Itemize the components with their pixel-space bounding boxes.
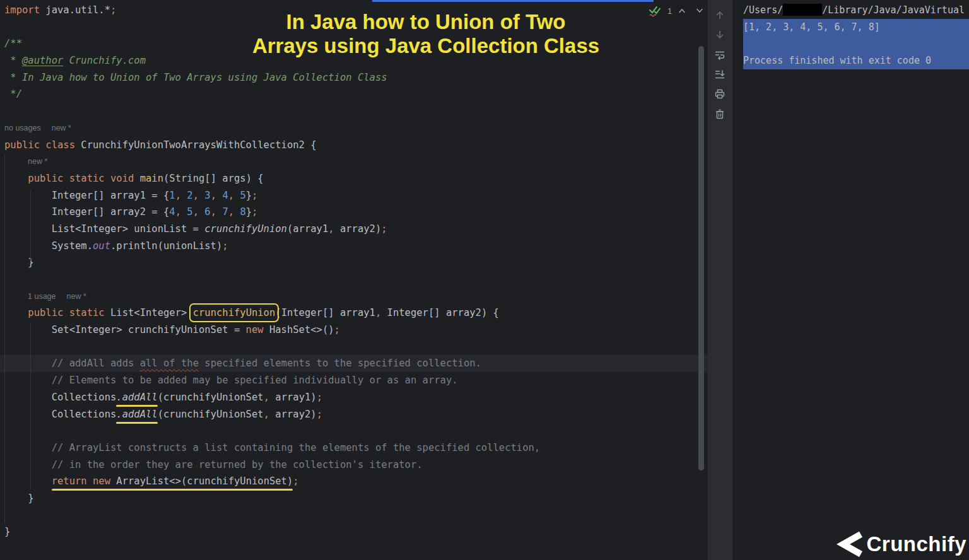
inlay-hint-line[interactable]: no usagesnew *: [0, 120, 708, 137]
code-line[interactable]: */: [0, 86, 708, 103]
code-token: (array1: [287, 223, 328, 235]
code-line-blank[interactable]: [0, 339, 708, 356]
code-token: ,: [175, 206, 181, 218]
inlay-hint-line[interactable]: 1 usagenew *: [0, 288, 708, 305]
code-line[interactable]: }: [0, 523, 708, 540]
code-token: new: [93, 475, 110, 487]
indent-guide: [4, 155, 5, 523]
code-token: ;: [293, 475, 298, 487]
code-token: [216, 206, 222, 218]
redaction-box: [783, 4, 822, 16]
code-token: Set<Integer> crunchifyUnionSet =: [4, 324, 246, 335]
arrow-down-icon[interactable]: [714, 29, 725, 40]
code-token: }: [246, 190, 252, 201]
code-token: * In Java how to Union of Two Arrays usi…: [4, 72, 387, 83]
code-token: specified elements to the specified coll…: [199, 358, 481, 369]
code-line[interactable]: Set<Integer> crunchifyUnionSet = new Has…: [0, 322, 708, 339]
code-token: main: [140, 173, 163, 184]
indent-guide: [30, 190, 31, 261]
code-line[interactable]: public static void main(String[] args) {: [0, 170, 708, 187]
code-line[interactable]: Collections.addAll(crunchifyUnionSet, ar…: [0, 389, 708, 406]
console-status-line[interactable]: Process finished with exit code 0: [743, 52, 931, 69]
code-line[interactable]: // Elements to be added may be specified…: [0, 372, 708, 389]
console-toolbar: [708, 0, 732, 560]
code-token: @author: [22, 55, 63, 66]
indent-guide: [30, 323, 31, 489]
code-token: return: [52, 475, 87, 487]
code-line[interactable]: Integer[] array2 = {4, 5, 6, 7, 8};: [0, 204, 708, 221]
code-token: 6: [204, 206, 210, 218]
code-token: java.util.*: [40, 4, 110, 16]
code-line[interactable]: System.out.println(unionList);: [0, 238, 708, 255]
code-area[interactable]: import java.util.*;/** * @author Crunchi…: [0, 2, 708, 540]
console-path-suffix: /Library/Java/JavaVirtual: [822, 4, 965, 16]
code-line[interactable]: public static List<Integer> crunchifyUni…: [0, 305, 708, 322]
inlay-hint[interactable]: new *: [52, 120, 71, 137]
code-token: ,: [211, 206, 216, 218]
code-token: all of the: [140, 358, 199, 369]
crunchify-logo: Crunchify: [837, 531, 966, 557]
code-token: (crunchifyUnionSet: [158, 392, 264, 403]
code-line-blank[interactable]: [0, 423, 708, 440]
console-path-line[interactable]: /Users//Library/Java/JavaVirtual: [743, 2, 965, 19]
inlay-hint[interactable]: 1 usage: [28, 288, 56, 305]
code-token: ,: [375, 307, 381, 318]
code-line-blank[interactable]: [0, 507, 708, 524]
code-token: [181, 190, 187, 201]
code-editor[interactable]: import java.util.*;/** * @author Crunchi…: [0, 0, 708, 560]
soft-wrap-icon[interactable]: [714, 49, 725, 61]
code-token: ;: [222, 240, 228, 252]
arrow-up-icon[interactable]: [714, 9, 725, 21]
code-token: // Elements to be added may be specified…: [4, 375, 458, 386]
code-line[interactable]: }: [0, 254, 708, 271]
code-token: (String[] args) {: [163, 173, 264, 184]
code-line[interactable]: // ArrayList constructs a list containin…: [0, 440, 708, 457]
inlay-hint[interactable]: new *: [28, 153, 47, 170]
code-token: Collections: [4, 392, 116, 403]
code-token: Crunchify.com: [63, 55, 146, 66]
code-token: ;: [334, 324, 340, 335]
code-token: [4, 475, 52, 487]
code-token: ,: [193, 206, 199, 218]
print-icon[interactable]: [714, 88, 725, 100]
code-line[interactable]: public class CrunchifyUnionTwoArraysWith…: [0, 137, 708, 154]
inspections-check-icon[interactable]: [649, 5, 661, 17]
inspections-widget[interactable]: 1: [649, 3, 703, 18]
trash-icon[interactable]: [714, 108, 725, 120]
code-token: array2): [269, 409, 317, 420]
code-token: List<Integer> unionList =: [4, 223, 204, 235]
inlay-hint-line[interactable]: new *: [0, 153, 708, 170]
code-line[interactable]: List<Integer> unionList = crunchifyUnion…: [0, 221, 708, 238]
code-line[interactable]: }: [0, 490, 708, 507]
editor-scrollbar-thumb[interactable]: [698, 46, 704, 470]
code-line[interactable]: Collections.addAll(crunchifyUnionSet, ar…: [0, 406, 708, 423]
code-token: public static void: [28, 173, 134, 184]
code-token: [4, 307, 28, 318]
code-token: ,: [228, 190, 234, 201]
code-line[interactable]: // addAll adds all of the specified elem…: [0, 355, 708, 372]
crunchify-chevron-icon: [837, 531, 863, 557]
code-token: Integer[] array1 = {: [4, 190, 169, 201]
code-line[interactable]: return new ArrayList<>(crunchifyUnionSet…: [0, 473, 708, 490]
highlight-underline-group: return new ArrayList<>(crunchifyUnionSet…: [52, 475, 293, 487]
next-problem-chevron-icon[interactable]: [696, 8, 703, 13]
code-line-blank[interactable]: [0, 271, 708, 288]
code-line-blank[interactable]: [0, 103, 708, 120]
inlay-hint[interactable]: new *: [66, 288, 86, 305]
code-token: import: [4, 4, 40, 16]
console-output-line[interactable]: [1, 2, 3, 4, 5, 6, 7, 8]: [743, 19, 880, 36]
code-line[interactable]: // in the order they are returned by the…: [0, 457, 708, 474]
code-line[interactable]: * In Java how to Union of Two Arrays usi…: [0, 69, 708, 86]
code-token: ,: [211, 190, 216, 201]
code-line[interactable]: Integer[] array1 = {1, 2, 3, 4, 5};: [0, 187, 708, 204]
code-token: ,: [193, 190, 199, 201]
code-token: // addAll adds: [4, 358, 140, 369]
scroll-to-end-icon[interactable]: [714, 69, 725, 80]
code-token: HashSet<>(): [264, 324, 334, 335]
code-token: [216, 190, 222, 201]
run-console[interactable]: /Users//Library/Java/JavaVirtual [1, 2, …: [732, 0, 969, 560]
code-token: [87, 475, 93, 487]
code-token: ;: [252, 206, 257, 218]
inlay-hint[interactable]: no usages: [4, 120, 41, 137]
prev-problem-chevron-icon[interactable]: [678, 8, 686, 13]
